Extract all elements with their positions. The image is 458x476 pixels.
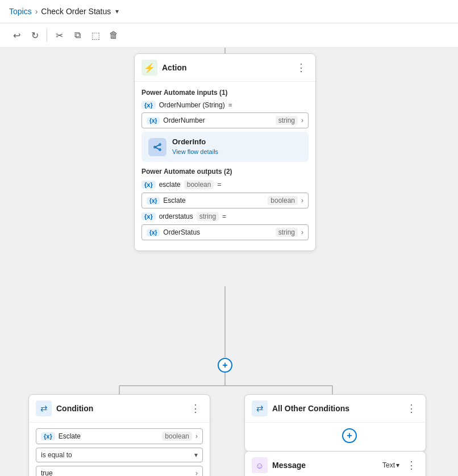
cond-field-badge: {x} [41, 432, 55, 440]
nav-current-page: Check Order Status [41, 7, 111, 16]
undo-button[interactable]: ↩ [8, 27, 25, 44]
inputs-section-title: Power Automate inputs (1) [141, 89, 309, 97]
flow-name: OrderInfo [172, 137, 302, 146]
nav-dropdown-icon[interactable]: ▾ [115, 7, 119, 15]
outputs-section: Power Automate outputs (2) {x} esclate b… [141, 168, 309, 240]
orderstatus-field-type: string [276, 228, 298, 237]
output-esclate-eq: = [217, 181, 221, 189]
condition-value-arrow: › [195, 469, 198, 476]
message-card-title: Message [272, 461, 378, 470]
message-card-menu[interactable]: ⋮ [404, 458, 419, 473]
output-esclate-field[interactable]: {x} Esclate boolean › [141, 193, 309, 208]
action-card-header: ⚡ Action ⋮ [135, 54, 315, 82]
action-card-menu[interactable]: ⋮ [294, 60, 309, 75]
output-orderstatus-badge: {x} [141, 212, 156, 220]
svg-point-10 [159, 149, 161, 151]
condition-dropdown-arrow-icon: ▾ [194, 451, 198, 459]
delete-button[interactable]: 🗑 [105, 27, 122, 44]
toolbar-separator [47, 29, 47, 41]
other-conditions-card: ⇄ All Other Conditions ⋮ + [244, 394, 426, 452]
input-param-row: {x} OrderNumber (String) = [141, 101, 309, 109]
flow-svg-icon [152, 142, 163, 152]
text-type-badge[interactable]: Text ▾ [382, 461, 399, 469]
svg-point-9 [159, 144, 161, 145]
cut-button[interactable]: ✂ [51, 27, 68, 44]
add-node-button-other[interactable]: + [342, 428, 357, 443]
condition-icon: ⇄ [36, 400, 52, 416]
copy-button[interactable]: ⧉ [69, 27, 86, 44]
action-card-title: Action [162, 63, 289, 72]
nav-separator: › [35, 7, 38, 16]
nav-topics[interactable]: Topics [9, 7, 32, 16]
cond-field-value: Esclate [59, 432, 159, 440]
svg-line-12 [156, 147, 159, 149]
redo-button[interactable]: ↻ [26, 27, 43, 44]
output-esclate-row: {x} esclate boolean = [141, 180, 309, 189]
orderstatus-field-value: OrderStatus [163, 228, 272, 236]
input-field-value: OrderNumber [163, 116, 272, 124]
condition-true-value: true [41, 469, 192, 476]
add-node-button-center[interactable]: + [218, 358, 232, 373]
toolbar: ↩ ↻ ✂ ⧉ ⬚ 🗑 [0, 23, 458, 48]
input-field-type: string [276, 116, 298, 125]
text-type-label: Text [382, 461, 395, 469]
cond-field-arrow: › [195, 432, 198, 440]
condition-card-menu[interactable]: ⋮ [188, 401, 203, 416]
paste-button[interactable]: ⬚ [87, 27, 104, 44]
condition-esclate-field[interactable]: {x} Esclate boolean › [36, 428, 203, 444]
condition-operator-dropdown[interactable]: is equal to ▾ [36, 448, 203, 462]
output-orderstatus-field[interactable]: {x} OrderStatus string › [141, 224, 309, 240]
svg-line-11 [156, 145, 159, 147]
action-card-body: Power Automate inputs (1) {x} OrderNumbe… [135, 82, 315, 250]
condition-value-field[interactable]: true › [36, 466, 203, 476]
action-icon: ⚡ [141, 60, 157, 76]
input-param-name: OrderNumber (String) [159, 101, 225, 109]
view-flow-details-link[interactable]: View flow details [172, 148, 218, 155]
flow-box: OrderInfo View flow details [141, 132, 309, 162]
svg-point-8 [154, 146, 156, 148]
input-param-eq: = [228, 101, 232, 109]
output-esclate-name: esclate [159, 181, 181, 189]
output-orderstatus-name: orderstatus [159, 212, 193, 220]
flow-info: OrderInfo View flow details [172, 137, 302, 156]
message-card-header: ☺ Message Text ▾ ⋮ [245, 452, 426, 476]
output-orderstatus-type: string [197, 212, 219, 221]
condition-card-body: {x} Esclate boolean › is equal to ▾ true… [29, 423, 210, 476]
flow-icon [148, 138, 166, 156]
other-card-title: All Other Conditions [272, 404, 399, 413]
esclate-field-type: boolean [268, 196, 298, 205]
action-card: ⚡ Action ⋮ Power Automate inputs (1) {x}… [134, 53, 316, 251]
orderstatus-field-arrow: › [301, 228, 303, 236]
other-condition-icon: ⇄ [252, 400, 268, 416]
output-esclate-badge: {x} [141, 181, 156, 189]
cond-field-type: boolean [162, 432, 192, 441]
text-dropdown-arrow-icon: ▾ [396, 461, 399, 469]
input-field-arrow: › [301, 116, 303, 124]
esclate-field-badge: {x} [147, 197, 160, 204]
esclate-field-arrow: › [301, 197, 303, 204]
condition-operator-label: is equal to [41, 451, 191, 459]
input-badge: {x} [141, 101, 156, 109]
orderstatus-field-badge: {x} [147, 229, 160, 236]
output-orderstatus-row: {x} orderstatus string = [141, 212, 309, 221]
other-card-menu[interactable]: ⋮ [404, 401, 419, 416]
breadcrumb: Topics › Check Order Status ▾ [0, 0, 458, 23]
output-esclate-type: boolean [184, 180, 214, 189]
input-field-ordernumber[interactable]: {x} OrderNumber string › [141, 112, 309, 128]
message-icon: ☺ [252, 457, 268, 473]
input-field-badge: {x} [147, 117, 160, 124]
esclate-field-value: Esclate [163, 197, 264, 204]
condition-card: ⇄ Condition ⋮ {x} Esclate boolean › is e… [28, 394, 210, 476]
condition-card-title: Condition [56, 404, 184, 413]
output-orderstatus-eq: = [222, 212, 226, 220]
message-card: ☺ Message Text ▾ ⋮ Your order status is.… [244, 451, 426, 476]
canvas: ⚡ Action ⋮ Power Automate inputs (1) {x}… [0, 48, 458, 476]
outputs-section-title: Power Automate outputs (2) [141, 168, 309, 176]
other-card-header: ⇄ All Other Conditions ⋮ [245, 395, 426, 423]
condition-card-header: ⇄ Condition ⋮ [29, 395, 210, 423]
